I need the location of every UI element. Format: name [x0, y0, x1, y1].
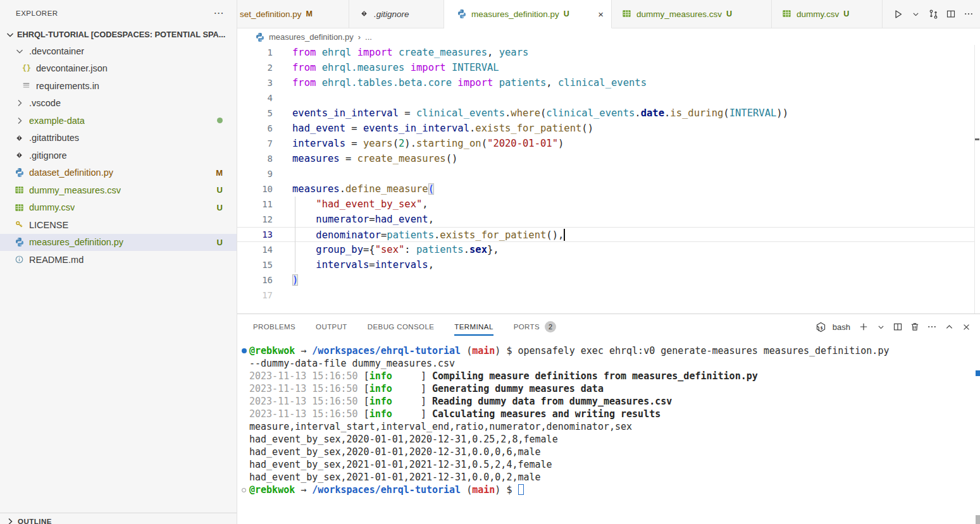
terminal-profile-dropdown[interactable] — [873, 319, 888, 334]
tree-file--gitattributes[interactable]: .gitattributes — [0, 130, 237, 147]
workspace-root-folder[interactable]: EHRQL-TUTORIAL [CODESPACES: POTENTIAL SP… — [0, 27, 237, 42]
code-line-14[interactable]: 14 group_by={"sex": patients.sex}, — [237, 242, 974, 257]
maximize-panel-button[interactable] — [941, 319, 957, 334]
line-number: 11 — [237, 199, 273, 209]
tree-file-dataset-definition-py[interactable]: dataset_definition.pyM — [0, 164, 237, 182]
open-changes-button[interactable] — [926, 6, 941, 21]
git-file-icon — [14, 150, 25, 161]
terminal-line-8: had_event_by_sex,2020-01-01,2020-12-31,0… — [237, 433, 980, 446]
code-line-2[interactable]: 2from ehrql.measures import INTERVAL — [237, 60, 974, 75]
bash-terminal-icon: $ — [814, 319, 829, 334]
line-number: 8 — [237, 154, 273, 164]
shell-name[interactable]: bash — [833, 322, 850, 332]
tree-folder--vscode[interactable]: .vscode — [0, 95, 237, 113]
line-number: 7 — [237, 138, 273, 149]
code-line-4[interactable]: 4 — [237, 90, 974, 106]
info-file-icon — [14, 255, 25, 265]
outline-section-header[interactable]: OUTLINE — [0, 513, 237, 524]
tab-measures-definition-py[interactable]: measures_definition.pyU× — [444, 0, 612, 28]
terminal-text: 2023-11-13 15:16:50 [info ] Reading dumm… — [249, 396, 672, 407]
untracked-changes-dot — [217, 118, 223, 123]
json-file-icon: {} — [21, 63, 32, 73]
panel-tab-terminal[interactable]: TERMINAL — [454, 314, 493, 339]
csv-file-icon — [622, 9, 632, 19]
chevron-down-icon — [14, 46, 25, 56]
tree-file--gitignore[interactable]: .gitignore — [0, 147, 237, 164]
panel-tab-debug-console[interactable]: DEBUG CONSOLE — [368, 314, 435, 339]
explorer-header: EXPLORER ⋯ — [0, 0, 237, 27]
tree-file-dummy-measures-csv[interactable]: dummy_measures.csvU — [0, 181, 237, 199]
panel-tabs: PROBLEMSOUTPUTDEBUG CONSOLETERMINALPORTS… — [253, 314, 556, 339]
file-label: measures_definition.py — [29, 237, 123, 247]
tab-label: .gitignore — [374, 9, 409, 19]
kill-terminal-button[interactable] — [907, 319, 922, 334]
tree-folder--devcontainer[interactable]: .devcontainer — [0, 42, 237, 60]
terminal-scrollbar-thumb[interactable] — [976, 515, 980, 524]
close-panel-button[interactable] — [958, 319, 974, 334]
run-python-file-button[interactable] — [890, 6, 905, 21]
code-line-8[interactable]: 8measures = create_measures() — [237, 151, 974, 166]
terminal-command-mark — [976, 370, 980, 376]
code-line-12[interactable]: 12 numerator=had_event, — [237, 212, 974, 227]
code-text: intervals=intervals, — [292, 259, 434, 271]
terminal-text: 2023-11-13 15:16:50 [info ] Calculating … — [249, 408, 661, 420]
new-terminal-button[interactable] — [856, 319, 871, 334]
tree-file-requirements-in[interactable]: requirements.in — [0, 77, 237, 95]
code-line-17[interactable]: 17 — [237, 288, 974, 303]
terminal-line-5: 2023-11-13 15:16:50 [info ] Reading dumm… — [237, 395, 980, 408]
code-line-6[interactable]: 6had_event = events_in_interval.exists_f… — [237, 121, 974, 136]
command-decoration-icon[interactable] — [242, 348, 247, 353]
panel-tab-problems[interactable]: PROBLEMS — [253, 314, 295, 339]
breadcrumb-symbol[interactable]: ... — [365, 32, 372, 42]
breadcrumb-file[interactable]: measures_definition.py — [269, 32, 354, 42]
code-line-7[interactable]: 7intervals = years(2).starting_on("2020-… — [237, 136, 974, 151]
code-line-15[interactable]: 15 intervals=intervals, — [237, 257, 974, 272]
tab-label: dummy.csv — [797, 9, 839, 19]
git-status-badge: U — [217, 203, 223, 212]
tab-set-definition-py[interactable]: set_definition.pyM — [237, 0, 349, 28]
file-label: dummy.csv — [29, 202, 75, 212]
code-line-10[interactable]: 10measures.define_measure( — [237, 181, 974, 197]
split-editor-button[interactable] — [943, 6, 958, 21]
tab-dummy-csv[interactable]: dummy.csvU — [772, 0, 883, 28]
code-line-3[interactable]: 3from ehrql.tables.beta.core import pati… — [237, 75, 974, 90]
explorer-more-actions-icon[interactable]: ⋯ — [214, 10, 225, 16]
terminal-line-3: 2023-11-13 15:16:50 [info ] Compiling me… — [237, 370, 980, 382]
code-line-5[interactable]: 5events_in_interval = clinical_events.wh… — [237, 106, 974, 121]
tree-file-license[interactable]: LICENSE — [0, 216, 237, 234]
tree-file-devcontainer-json[interactable]: {}devcontainer.json — [0, 60, 237, 78]
line-number: 9 — [237, 169, 273, 179]
panel-tab-ports[interactable]: PORTS2 — [514, 314, 556, 339]
code-line-11[interactable]: 11 "had_event_by_sex", — [237, 197, 974, 212]
code-line-1[interactable]: 1from ehrql import create_measures, year… — [237, 45, 974, 60]
split-terminal-button[interactable] — [890, 319, 905, 334]
editor-more-actions-button[interactable] — [961, 6, 976, 21]
code-line-16[interactable]: 16) — [237, 272, 974, 288]
terminal[interactable]: @rebkwok → /workspaces/ehrql-tutorial (m… — [237, 339, 980, 524]
panel-tab-label: PROBLEMS — [253, 323, 295, 331]
code-line-13[interactable]: 13 denominator=patients.exists_for_patie… — [237, 227, 974, 242]
prompt-decoration-icon[interactable] — [242, 488, 246, 492]
tree-file-measures-definition-py[interactable]: measures_definition.pyU — [0, 234, 237, 252]
bottom-panel: PROBLEMSOUTPUTDEBUG CONSOLETERMINALPORTS… — [237, 314, 980, 524]
panel-more-actions-button[interactable] — [924, 319, 940, 334]
tree-file-readme-md[interactable]: README.md — [0, 251, 237, 269]
line-number: 1 — [237, 47, 273, 58]
tab-dummy-measures-csv[interactable]: dummy_measures.csvU — [612, 0, 772, 28]
code-line-9[interactable]: 9 — [237, 166, 974, 181]
line-number: 5 — [237, 108, 273, 118]
file-label: requirements.in — [36, 81, 99, 91]
tree-folder-example-data[interactable]: example-data — [0, 112, 237, 130]
terminal-text: --dummy-data-file dummy_measures.csv — [249, 358, 455, 369]
close-tab-icon[interactable]: × — [597, 9, 605, 20]
panel-tab-output[interactable]: OUTPUT — [316, 314, 347, 339]
tab-label: measures_definition.py — [471, 9, 559, 19]
workspace-root-label: EHRQL-TUTORIAL [CODESPACES: POTENTIAL SP… — [17, 30, 225, 39]
code-editor[interactable]: 1from ehrql import create_measures, year… — [237, 45, 980, 314]
tree-file-dummy-csv[interactable]: dummy.csvU — [0, 199, 237, 217]
tab--gitignore[interactable]: .gitignore — [349, 0, 444, 28]
code-lines: 1from ehrql import create_measures, year… — [237, 45, 980, 303]
run-dropdown-button[interactable] — [908, 6, 923, 21]
terminal-text: @rebkwok → /workspaces/ehrql-tutorial (m… — [249, 345, 889, 356]
code-text: "had_event_by_sex", — [292, 198, 428, 210]
